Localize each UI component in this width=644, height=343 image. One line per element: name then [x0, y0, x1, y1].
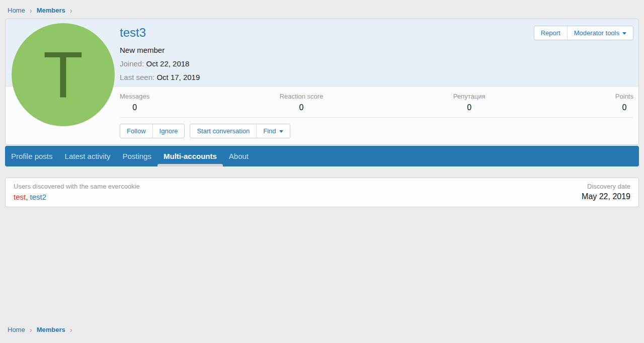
- chevron-right-icon: ›: [30, 326, 32, 333]
- user-link-test2[interactable]: test2: [30, 193, 47, 201]
- find-label: Find: [263, 127, 276, 135]
- start-conversation-button[interactable]: Start conversation: [190, 124, 256, 138]
- stat-points: Points 0: [615, 93, 633, 112]
- header-actions-group: Report Moderator tools: [534, 26, 633, 40]
- last-seen-value: Oct 17, 2019: [156, 73, 200, 81]
- breadcrumb-members-link[interactable]: Members: [37, 7, 65, 14]
- report-button[interactable]: Report: [534, 26, 567, 40]
- follow-ignore-group: Follow Ignore: [120, 124, 185, 138]
- multi-accounts-info: Users discovered with the same evercooki…: [14, 183, 140, 201]
- page: Home › Members › T test3 New member Join…: [0, 0, 644, 338]
- avatar[interactable]: T: [12, 23, 115, 126]
- discovery-date: Discovery date May 22, 2019: [582, 183, 630, 201]
- stat-label: Репутация: [453, 93, 486, 100]
- stat-value[interactable]: 0: [453, 103, 486, 112]
- tab-latest-activity[interactable]: Latest activity: [59, 146, 117, 166]
- last-seen-field: Last seen: Oct 17, 2019: [120, 73, 633, 81]
- evercookie-description: Users discovered with the same evercooki…: [14, 183, 140, 190]
- stat-label: Reaction score: [280, 93, 324, 100]
- conversation-find-group: Start conversation Find: [190, 124, 290, 138]
- stat-messages: Messages 0: [120, 93, 149, 112]
- stat-reputation: Репутация 0: [453, 93, 486, 112]
- tab-multi-accounts[interactable]: Multi-accounts: [157, 146, 223, 166]
- chevron-right-icon: ›: [70, 326, 72, 333]
- stat-value[interactable]: 0: [120, 103, 149, 112]
- ignore-button[interactable]: Ignore: [152, 124, 185, 138]
- moderator-tools-label: Moderator tools: [574, 29, 619, 37]
- discovered-users: test, test2: [14, 193, 140, 201]
- moderator-tools-button[interactable]: Moderator tools: [567, 26, 633, 40]
- last-seen-label: Last seen:: [120, 73, 154, 81]
- profile-action-buttons: Follow Ignore Start conversation Find: [120, 118, 638, 144]
- tab-profile-posts[interactable]: Profile posts: [5, 146, 59, 166]
- stat-value[interactable]: 0: [615, 103, 633, 112]
- caret-down-icon: [279, 130, 283, 133]
- joined-field: Joined: Oct 22, 2018: [120, 59, 633, 68]
- stat-reaction-score: Reaction score 0: [280, 93, 324, 112]
- find-button[interactable]: Find: [256, 124, 289, 138]
- chevron-right-icon: ›: [30, 7, 32, 14]
- stat-value: 0: [280, 103, 324, 112]
- user-separator: ,: [26, 193, 30, 201]
- breadcrumb-members-link[interactable]: Members: [37, 326, 65, 333]
- breadcrumb-home-link[interactable]: Home: [8, 7, 25, 14]
- profile-tab-bar: Profile posts Latest activity Postings M…: [5, 146, 639, 166]
- breadcrumb-top: Home › Members ›: [5, 0, 639, 19]
- breadcrumb-bottom: Home › Members ›: [5, 326, 639, 338]
- breadcrumb-home-link[interactable]: Home: [8, 326, 25, 333]
- member-profile-card: T test3 New member Joined: Oct 22, 2018 …: [5, 19, 639, 145]
- stat-label: Messages: [120, 93, 149, 100]
- multi-accounts-block: Users discovered with the same evercooki…: [5, 178, 639, 207]
- user-title: New member: [120, 46, 633, 54]
- chevron-right-icon: ›: [70, 7, 72, 14]
- user-link-test[interactable]: test: [14, 193, 26, 201]
- tab-postings[interactable]: Postings: [116, 146, 157, 166]
- tab-about[interactable]: About: [223, 146, 255, 166]
- follow-button[interactable]: Follow: [120, 124, 152, 138]
- discovery-date-label: Discovery date: [582, 183, 630, 190]
- member-stats: Messages 0 Reaction score 0 Репутация 0 …: [120, 87, 633, 118]
- joined-label: Joined:: [120, 59, 144, 68]
- caret-down-icon: [622, 32, 626, 35]
- stat-label: Points: [615, 93, 633, 100]
- joined-value: Oct 22, 2018: [146, 59, 190, 68]
- discovery-date-value: May 22, 2019: [582, 192, 630, 201]
